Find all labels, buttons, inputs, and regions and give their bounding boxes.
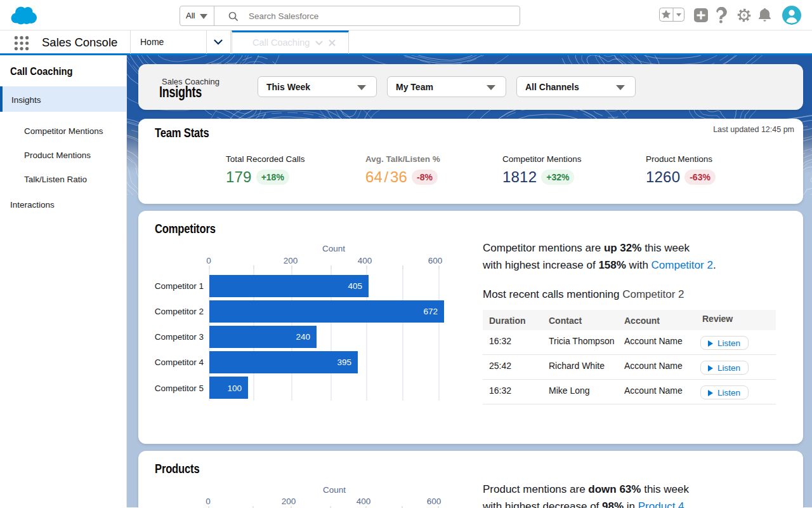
svg-text:Competitor 3: Competitor 3 [155, 332, 204, 342]
svg-text:Count: Count [323, 485, 346, 495]
svg-text:0: 0 [206, 497, 211, 506]
svg-text:600: 600 [427, 497, 442, 506]
svg-text:200: 200 [282, 497, 296, 506]
svg-text:600: 600 [428, 256, 443, 265]
svg-text:100: 100 [227, 384, 242, 393]
svg-text:400: 400 [358, 256, 372, 265]
svg-text:672: 672 [423, 307, 438, 316]
svg-text:200: 200 [284, 256, 298, 265]
svg-text:405: 405 [348, 281, 362, 291]
svg-text:Competitor 5: Competitor 5 [155, 384, 204, 393]
svg-text:Competitor 4: Competitor 4 [155, 358, 204, 367]
svg-text:0: 0 [206, 256, 211, 265]
svg-text:395: 395 [337, 358, 351, 367]
svg-text:400: 400 [357, 497, 371, 506]
svg-text:Count: Count [322, 244, 345, 253]
svg-text:Competitor 2: Competitor 2 [155, 307, 204, 316]
svg-text:Competitor 1: Competitor 1 [155, 281, 204, 291]
svg-text:240: 240 [296, 332, 310, 342]
